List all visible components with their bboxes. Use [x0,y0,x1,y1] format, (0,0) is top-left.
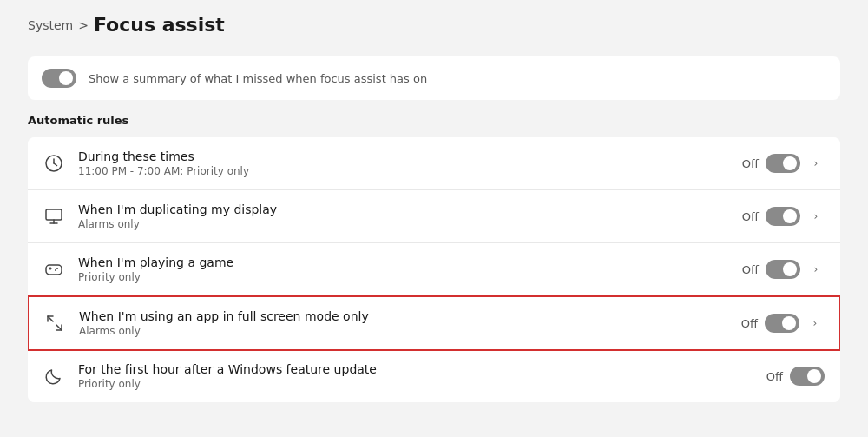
rule-text-duplicating-display: When I'm duplicating my display Alarms o… [78,202,728,230]
rule-title-feature-update: For the first hour after a Windows featu… [78,362,753,376]
rule-title-duplicating-display: When I'm duplicating my display [78,202,728,216]
partial-row-item: Show a summary of what I missed when foc… [28,56,840,100]
breadcrumb: System > Focus assist [28,14,840,36]
toggle-knob-fullscreen-app [782,316,796,330]
rule-subtitle-feature-update: Priority only [78,378,753,390]
gamepad-icon [43,259,64,280]
toggle-playing-game[interactable] [766,260,800,279]
page-container: System > Focus assist Show a summary of … [0,0,868,430]
rule-controls-during-times: Off › [742,154,825,173]
partial-toggle-knob [59,71,73,85]
page-title: Focus assist [94,14,225,36]
partial-row-container: Show a summary of what I missed when foc… [28,56,840,100]
toggle-feature-update[interactable] [790,367,825,386]
rule-title-playing-game: When I'm playing a game [78,255,728,269]
rule-text-feature-update: For the first hour after a Windows featu… [78,362,753,390]
svg-rect-6 [46,265,62,275]
rule-controls-fullscreen-app: Off › [741,314,824,333]
rule-subtitle-during-times: 11:00 PM - 7:00 AM: Priority only [78,165,728,177]
rule-controls-duplicating-display: Off › [742,207,825,226]
toggle-knob-playing-game [783,262,797,276]
svg-line-11 [48,316,53,321]
toggle-fullscreen-app[interactable] [765,314,799,333]
rule-controls-feature-update: Off [766,367,825,386]
chevron-icon-during-times: › [807,155,825,172]
fullscreen-icon [44,313,65,334]
chevron-icon-duplicating-display: › [807,208,825,225]
rule-text-playing-game: When I'm playing a game Priority only [78,255,728,283]
svg-point-10 [55,269,56,271]
off-label-fullscreen-app: Off [741,317,758,330]
breadcrumb-separator: > [78,18,89,32]
breadcrumb-system[interactable]: System [28,18,73,32]
off-label-feature-update: Off [766,370,783,383]
toggle-duplicating-display[interactable] [766,207,800,226]
rule-item-feature-update[interactable]: For the first hour after a Windows featu… [28,350,840,402]
svg-line-2 [54,163,57,166]
chevron-icon-fullscreen-app: › [806,315,824,332]
partial-toggle[interactable] [42,69,76,88]
rule-text-during-times: During these times 11:00 PM - 7:00 AM: P… [78,149,728,177]
toggle-during-times[interactable] [766,154,800,173]
svg-line-12 [56,325,62,330]
rule-text-fullscreen-app: When I'm using an app in full screen mod… [79,309,727,337]
toggle-knob-duplicating-display [783,209,797,223]
rule-item-fullscreen-app[interactable]: When I'm using an app in full screen mod… [28,295,840,351]
chevron-icon-playing-game: › [807,261,825,278]
off-label-duplicating-display: Off [742,210,759,223]
monitor-icon [43,206,64,227]
toggle-knob-during-times [783,156,797,170]
rules-section: During these times 11:00 PM - 7:00 AM: P… [28,137,840,402]
rule-subtitle-duplicating-display: Alarms only [78,218,728,230]
section-label: Automatic rules [28,110,840,130]
off-label-playing-game: Off [742,263,759,276]
clock-icon [43,153,64,174]
rule-item-duplicating-display[interactable]: When I'm duplicating my display Alarms o… [28,190,840,243]
rule-title-fullscreen-app: When I'm using an app in full screen mod… [79,309,727,323]
rule-subtitle-playing-game: Priority only [78,271,728,283]
rule-item-during-times[interactable]: During these times 11:00 PM - 7:00 AM: P… [28,137,840,190]
rule-controls-playing-game: Off › [742,260,825,279]
off-label-during-times: Off [742,157,759,170]
svg-rect-3 [46,209,62,220]
toggle-knob-feature-update [807,369,821,383]
rule-item-playing-game[interactable]: When I'm playing a game Priority only Of… [28,243,840,296]
rule-subtitle-fullscreen-app: Alarms only [79,325,727,337]
partial-row-text: Show a summary of what I missed when foc… [89,72,427,85]
rule-title-during-times: During these times [78,149,728,163]
moon-icon [43,366,64,387]
svg-point-9 [56,268,58,269]
